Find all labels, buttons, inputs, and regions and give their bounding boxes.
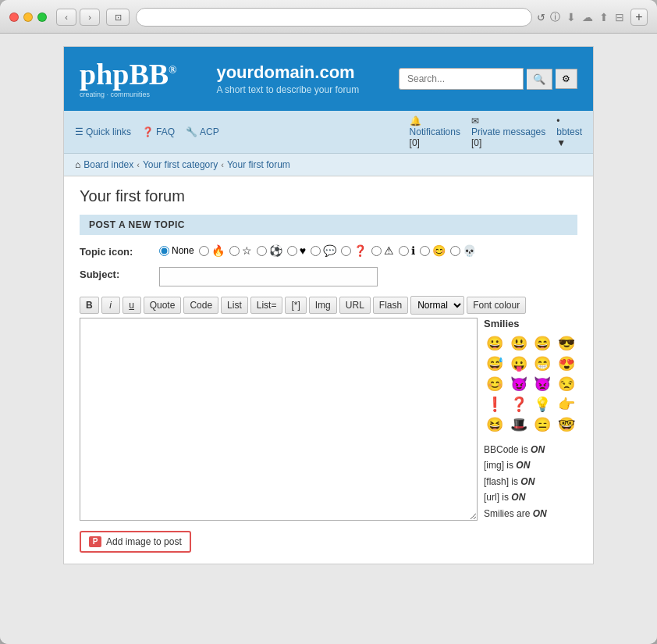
url-status-line: [url] is ON xyxy=(484,489,577,505)
icon-option-speech[interactable]: 💬 xyxy=(311,244,336,257)
info-icon[interactable]: ⓘ xyxy=(550,10,560,24)
icon-option-heart[interactable]: ♥ xyxy=(287,244,306,257)
reload-icon[interactable]: ↺ xyxy=(537,12,545,23)
smiley-1[interactable]: 😀 xyxy=(484,334,506,353)
smiley-10[interactable]: 😈 xyxy=(508,375,531,393)
search-input[interactable] xyxy=(399,68,524,90)
smiley-17[interactable]: 😆 xyxy=(484,415,506,434)
private-messages-link[interactable]: Private messages xyxy=(471,126,545,137)
font-size-select[interactable]: Normal xyxy=(410,296,464,315)
url-button[interactable]: URL xyxy=(339,297,371,314)
back-button[interactable]: ‹ xyxy=(56,9,76,26)
cloud-icon[interactable]: ☁ xyxy=(582,11,593,23)
forward-button[interactable]: › xyxy=(80,9,100,26)
bold-button[interactable]: B xyxy=(80,297,99,314)
icon-question: ❓ xyxy=(353,244,367,257)
smiley-9[interactable]: 😊 xyxy=(484,375,506,393)
quote-button[interactable]: Quote xyxy=(144,297,182,314)
icon-option-flame[interactable]: 🔥 xyxy=(199,244,225,257)
italic-button[interactable]: i xyxy=(101,297,120,314)
close-button[interactable] xyxy=(9,12,19,22)
maximize-button[interactable] xyxy=(37,12,47,22)
topic-icon-group: Topic icon: None 🔥 ☆ xyxy=(80,244,577,258)
icon-option-happy[interactable]: 😊 xyxy=(420,244,446,257)
reading-view-button[interactable]: ⊡ xyxy=(106,9,130,26)
quick-links-menu[interactable]: ☰ Quick links xyxy=(75,126,131,137)
url-bar[interactable] xyxy=(136,8,532,27)
breadcrumb-board-index[interactable]: Board index xyxy=(83,159,133,170)
icon-option-skull[interactable]: 💀 xyxy=(450,244,476,257)
icon-option-info[interactable]: ℹ xyxy=(399,244,415,257)
icon-soccer: ⚽ xyxy=(269,244,282,257)
smiley-12[interactable]: 😒 xyxy=(556,375,578,393)
settings-button[interactable]: ⚙ xyxy=(556,69,577,89)
site-info: yourdomain.com A short text to describe … xyxy=(216,62,359,95)
breadcrumb: ⌂ Board index ‹ Your first category ‹ Yo… xyxy=(64,154,593,176)
icon-radio-flame[interactable] xyxy=(199,246,209,256)
download-icon[interactable]: ⬇ xyxy=(566,11,576,23)
breadcrumb-forum[interactable]: Your first forum xyxy=(227,159,290,170)
icon-radio-warning[interactable] xyxy=(371,246,382,256)
asterisk-button[interactable]: [*] xyxy=(285,297,306,314)
icon-option-warning[interactable]: ⚠ xyxy=(371,244,394,257)
username-link[interactable]: bbtest xyxy=(556,126,582,137)
icon-radio-skull[interactable] xyxy=(450,246,460,256)
smilies-panel: Smilies 😀 😃 😄 😎 😅 😛 😁 😍 😊 😈 xyxy=(484,318,577,521)
minimize-button[interactable] xyxy=(23,12,33,22)
icon-radio-none[interactable] xyxy=(159,246,169,256)
smiley-15[interactable]: 💡 xyxy=(531,395,554,414)
faq-link[interactable]: ❓ FAQ xyxy=(142,126,175,137)
breadcrumb-sep-1: ‹ xyxy=(137,160,140,169)
user-dropdown-icon[interactable]: ▼ xyxy=(556,137,566,148)
icon-radio-speech[interactable] xyxy=(311,246,321,256)
smiley-14[interactable]: ❓ xyxy=(508,395,531,414)
add-image-button[interactable]: P Add image to post xyxy=(80,531,191,553)
main-content: Your first forum POST A NEW TOPIC Topic … xyxy=(64,176,593,564)
flash-button[interactable]: Flash xyxy=(373,297,408,314)
smilies-status-line: Smilies are ON xyxy=(484,506,577,521)
list-eq-button[interactable]: List= xyxy=(250,297,283,314)
message-textarea[interactable] xyxy=(80,318,478,521)
icon-radio-happy[interactable] xyxy=(420,246,430,256)
search-button[interactable]: 🔍 xyxy=(527,69,552,90)
icon-radio-heart[interactable] xyxy=(287,246,297,256)
smiley-19[interactable]: 😑 xyxy=(531,415,554,434)
acp-link[interactable]: 🔧 ACP xyxy=(186,126,219,137)
smiley-8[interactable]: 😍 xyxy=(556,354,578,373)
phpbb-container: phpBB® creating · communities yourdomain… xyxy=(63,46,594,564)
smiley-20[interactable]: 🤓 xyxy=(556,415,578,434)
smiley-7[interactable]: 😁 xyxy=(531,354,554,373)
icon-option-star[interactable]: ☆ xyxy=(229,244,252,257)
img-button[interactable]: Img xyxy=(309,297,337,314)
smiley-13[interactable]: ❗ xyxy=(484,395,506,414)
new-tab-button[interactable]: + xyxy=(630,9,648,26)
smiley-6[interactable]: 😛 xyxy=(508,354,531,373)
search-form: 🔍 ⚙ xyxy=(399,68,577,90)
icon-option-question[interactable]: ❓ xyxy=(341,244,367,257)
underline-button[interactable]: u xyxy=(123,297,141,314)
smiley-16[interactable]: 👉 xyxy=(556,395,578,414)
icon-option-soccer[interactable]: ⚽ xyxy=(257,244,282,257)
logo-subtitle: creating · communities xyxy=(80,91,177,98)
smiley-2[interactable]: 😃 xyxy=(508,334,531,353)
share-icon[interactable]: ⬆ xyxy=(599,11,609,23)
smiley-3[interactable]: 😄 xyxy=(531,334,554,353)
icon-option-none[interactable]: None xyxy=(159,245,194,256)
icon-radio-info[interactable] xyxy=(399,246,409,256)
bell-icon: 🔔 xyxy=(410,116,421,126)
notifications-link[interactable]: Notifications xyxy=(410,126,460,137)
subject-input[interactable] xyxy=(159,267,378,286)
breadcrumb-category[interactable]: Your first category xyxy=(143,159,218,170)
code-button[interactable]: Code xyxy=(183,297,218,314)
list-button[interactable]: List xyxy=(221,297,248,314)
icon-radio-question[interactable] xyxy=(341,246,351,256)
smiley-5[interactable]: 😅 xyxy=(484,354,506,373)
smiley-4[interactable]: 😎 xyxy=(556,334,578,353)
icon-radio-soccer[interactable] xyxy=(257,246,267,256)
smiley-18[interactable]: 🎩 xyxy=(508,415,531,434)
tabs-icon[interactable]: ⊟ xyxy=(615,11,624,23)
icon-radio-star[interactable] xyxy=(229,246,240,256)
icon-label-none: None xyxy=(172,245,194,256)
font-colour-button[interactable]: Font colour xyxy=(467,297,526,314)
smiley-11[interactable]: 👿 xyxy=(531,375,554,393)
